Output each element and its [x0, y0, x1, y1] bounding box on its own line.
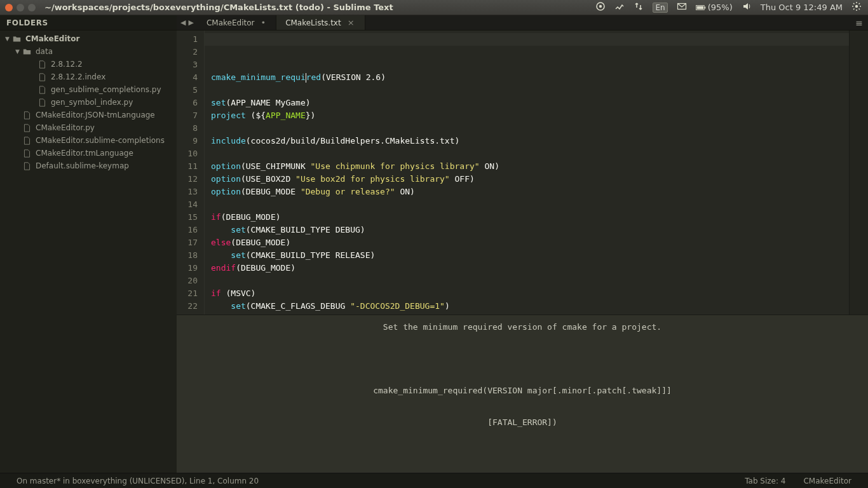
code-line[interactable]: else(DEBUG_MODE) — [211, 236, 849, 249]
status-left[interactable]: On master* in boxeverything (UNLICENSED)… — [8, 477, 268, 485]
language-indicator[interactable]: En — [653, 3, 667, 13]
code-line[interactable]: cmake_minimum_required(VERSION 2.6) — [211, 71, 849, 84]
svg-rect-5 — [696, 6, 703, 9]
updown-icon[interactable] — [634, 1, 644, 13]
tree-label: gen_sublime_completions.py — [51, 85, 161, 94]
code-content[interactable]: cmake_minimum_required(VERSION 2.6) set(… — [205, 30, 849, 315]
code-line[interactable]: project (${APP_NAME}) — [211, 109, 849, 122]
code-line[interactable]: if (MSVC) — [211, 287, 849, 300]
chrome-status-icon[interactable] — [595, 1, 606, 13]
maximize-icon[interactable] — [28, 4, 36, 11]
file-icon — [38, 86, 48, 94]
file-icon — [38, 98, 48, 107]
nav-back-icon[interactable]: ◀ — [180, 18, 186, 27]
svg-rect-4 — [704, 6, 705, 8]
nav-forward-icon[interactable]: ▶ — [188, 18, 193, 27]
disclosure-icon: ▼ — [5, 36, 13, 42]
file-item[interactable]: gen_sublime_completions.py — [0, 83, 177, 96]
tree-label: Default.sublime-keymap — [36, 161, 129, 170]
folder-data[interactable]: ▼data — [0, 45, 177, 58]
tree-label: CMakeEditor.py — [36, 123, 95, 132]
current-line-highlight — [205, 33, 849, 46]
doc-line: cmake_minimum_required(VERSION major[.mi… — [177, 383, 868, 398]
file-item[interactable]: 2.8.12.2 — [0, 58, 177, 71]
file-icon — [38, 60, 48, 69]
tree-label: CMakeEditor.JSON-tmLanguage — [36, 111, 155, 119]
code-line[interactable]: set(CMAKE_BUILD_TYPE RELEASE) — [211, 249, 849, 262]
close-tab-icon[interactable]: × — [348, 18, 355, 27]
code-line[interactable]: include(cocos2d/build/BuildHelpers.CMake… — [211, 135, 849, 147]
svg-point-1 — [599, 5, 602, 8]
file-item[interactable]: Default.sublime-keymap — [0, 159, 177, 172]
tree-label: CMakeEditor.tmLanguage — [36, 149, 133, 158]
tree-label: 2.8.12.2 — [51, 60, 83, 69]
doc-line: Set the minimum required version of cmak… — [177, 319, 868, 335]
tree-label: CMakeEditor — [25, 34, 79, 43]
code-line[interactable]: if(DEBUG_MODE) — [211, 211, 849, 224]
tab-label: CMakeEditor — [207, 18, 255, 27]
code-line[interactable]: option(USE_BOX2D "Use box2d for physics … — [211, 173, 849, 186]
file-item[interactable]: gen_symbol_index.py — [0, 96, 177, 109]
window-title: ~/workspaces/projects/boxeverything/CMak… — [41, 3, 397, 12]
status-syntax[interactable]: CMakeEditor — [794, 477, 860, 485]
minimize-icon[interactable] — [17, 4, 24, 11]
sidebar: FOLDERS ▼CMakeEditor▼data2.8.12.22.8.12.… — [0, 15, 177, 473]
system-menubar: ~/workspaces/projects/boxeverything/CMak… — [0, 0, 868, 15]
file-item[interactable]: CMakeEditor.JSON-tmLanguage — [0, 109, 177, 121]
mail-icon[interactable] — [677, 1, 687, 13]
doc-line: [FATAL_ERROR]) — [177, 414, 868, 430]
code-line[interactable]: set(CMAKE_CXX_FLAGS_DEBUG ${CMAKE_C_FLAG… — [211, 313, 849, 315]
gear-icon[interactable] — [851, 1, 862, 13]
dirty-indicator-icon[interactable]: • — [261, 18, 266, 27]
clock[interactable]: Thu Oct 9 12:49 AM — [761, 3, 843, 12]
code-line[interactable] — [211, 122, 849, 135]
battery-icon[interactable]: (95%) — [696, 3, 733, 13]
folder-root[interactable]: ▼CMakeEditor — [0, 32, 177, 45]
svg-point-6 — [855, 5, 858, 8]
folder-icon — [13, 35, 23, 43]
folder-tree: ▼CMakeEditor▼data2.8.12.22.8.12.2.indexg… — [0, 30, 177, 174]
status-bar: On master* in boxeverything (UNLICENSED)… — [0, 473, 868, 488]
code-line[interactable]: set(APP_NAME MyGame) — [211, 97, 849, 109]
line-gutter: 12345678910111213141516171819202122 — [177, 30, 205, 315]
code-line[interactable]: option(USE_CHIPMUNK "Use chipmunk for ph… — [211, 160, 849, 173]
system-tray: En (95%) Thu Oct 9 12:49 AM — [589, 1, 868, 13]
network-icon[interactable] — [614, 1, 625, 13]
tree-label: data — [36, 47, 53, 56]
tab-cmakelists-txt[interactable]: CMakeLists.txt× — [276, 15, 365, 30]
minimap[interactable] — [849, 30, 868, 315]
file-icon — [23, 124, 33, 132]
code-line[interactable]: set(CMAKE_C_FLAGS_DEBUG "-DCOCOS2D_DEBUG… — [211, 300, 849, 313]
code-line[interactable] — [211, 84, 849, 97]
tree-label: 2.8.12.2.index — [51, 72, 105, 81]
nav-history: ◀ ▶ — [177, 15, 198, 30]
code-editor[interactable]: 12345678910111213141516171819202122 cmak… — [177, 30, 868, 315]
menu-icon[interactable]: ≡ — [850, 15, 868, 30]
file-item[interactable]: 2.8.12.2.index — [0, 71, 177, 83]
close-icon[interactable] — [5, 4, 13, 11]
file-icon — [23, 137, 33, 145]
file-icon — [23, 162, 33, 170]
file-item[interactable]: CMakeEditor.tmLanguage — [0, 147, 177, 159]
code-line[interactable] — [211, 147, 849, 160]
code-line[interactable] — [211, 198, 849, 211]
window-controls — [0, 4, 41, 11]
tab-cmakeeditor[interactable]: CMakeEditor• — [198, 15, 276, 30]
status-tab-size[interactable]: Tab Size: 4 — [736, 477, 794, 485]
code-line[interactable]: endif(DEBUG_MODE) — [211, 262, 849, 274]
tab-bar: ◀ ▶ CMakeEditor•CMakeLists.txt× ≡ — [177, 15, 868, 30]
disclosure-icon: ▼ — [15, 48, 23, 55]
code-line[interactable] — [211, 274, 849, 287]
code-line[interactable]: option(DEBUG_MODE "Debug or release?" ON… — [211, 186, 849, 198]
documentation-panel: Set the minimum required version of cmak… — [177, 315, 868, 473]
file-icon — [23, 149, 33, 158]
battery-percent: (95%) — [708, 3, 733, 12]
volume-icon[interactable] — [742, 1, 752, 13]
folder-icon — [23, 48, 33, 56]
file-item[interactable]: CMakeEditor.sublime-completions — [0, 134, 177, 147]
file-item[interactable]: CMakeEditor.py — [0, 121, 177, 134]
code-line[interactable]: set(CMAKE_BUILD_TYPE DEBUG) — [211, 224, 849, 236]
tree-label: CMakeEditor.sublime-completions — [36, 136, 165, 145]
tree-label: gen_symbol_index.py — [51, 98, 133, 107]
file-icon — [23, 111, 33, 119]
